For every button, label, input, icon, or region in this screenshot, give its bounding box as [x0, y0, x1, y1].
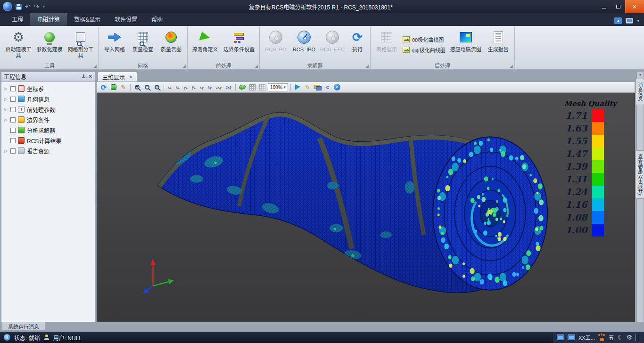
maximize-button[interactable] [611, 0, 625, 13]
gear-icon[interactable]: ⚙ [626, 334, 632, 341]
checkbox[interactable] [10, 148, 16, 154]
induction-current-map-button[interactable]: 感应电磁流图 [448, 28, 484, 61]
tab-project[interactable]: 工程 [5, 13, 30, 26]
rcs-po-button[interactable]: RCS_PO [262, 28, 289, 61]
monitor-icon[interactable] [557, 335, 564, 340]
view-iso-button[interactable]: zxy [215, 83, 223, 91]
minimize-button[interactable] [597, 0, 611, 13]
rotate-view-button[interactable]: ⟳ [99, 83, 108, 91]
edit-view-button[interactable]: ✎ [119, 83, 128, 91]
view-results-side-tab[interactable]: 查看结果(双击展开) [636, 150, 644, 199]
annotate-button[interactable]: ✎ [303, 83, 312, 91]
zoom-window-button[interactable]: ▫ [153, 83, 161, 91]
checkbox[interactable] [10, 86, 16, 91]
psi-polarization-curve-button[interactable]: ψψ极化曲线图 [403, 46, 446, 54]
view-xz-button[interactable]: xz [166, 83, 173, 91]
checkbox[interactable] [10, 138, 16, 143]
legend-color-band [592, 122, 604, 135]
magnifier-minus-icon: − [145, 85, 149, 90]
tab-3d-display[interactable]: 三维显示 ✕ [98, 72, 137, 82]
zoom-level-select[interactable]: 100% ▾ [268, 83, 288, 91]
view-xz-neg-button[interactable]: x̄z [174, 83, 181, 91]
checkbox[interactable] [10, 107, 16, 112]
parametric-modeling-button[interactable]: 参数化建模 [34, 28, 65, 61]
pin-icon[interactable] [81, 74, 86, 80]
quality-check-button[interactable]: 质量检查 [129, 28, 157, 61]
expander-icon[interactable]: ▷ [4, 118, 8, 122]
zoom-out-button[interactable]: − [143, 83, 151, 91]
execute-button[interactable]: ⟳ 执行 [347, 28, 368, 61]
pan-view-button[interactable] [109, 83, 118, 91]
expander-icon[interactable]: ▷ [4, 87, 8, 91]
tab-em-computation[interactable]: 电磁计算 [30, 13, 67, 26]
tree-item-geometry-info[interactable]: ▷ 几何信息 [1, 94, 95, 104]
titlebar: ↶ ↷ ▾ 复杂目标RCS电磁分析软件2015 R1 - RCS_2015031… [0, 0, 644, 13]
system-message-tab[interactable]: 系统运行消息 [2, 322, 45, 331]
launch-modeling-tool-button[interactable]: ⚙ 启动建模工具 [3, 28, 33, 61]
viewport-3d[interactable]: Mesh Quality 1.71 1.63 1.55 1.47 1.39 1.… [97, 93, 635, 322]
close-button[interactable]: ✕ [625, 0, 644, 13]
share-view-button[interactable]: < [323, 83, 331, 91]
theta-polarization-curve-button[interactable]: θθ极化曲线图 [403, 36, 446, 43]
tray-grip-icon[interactable] [636, 334, 639, 341]
wireframe-mode-button[interactable] [248, 83, 256, 91]
message-info-side-tab[interactable]: 消息信息 [636, 79, 644, 105]
tab-help[interactable]: 帮助 [144, 13, 170, 26]
redo-icon[interactable]: ↷ [34, 3, 40, 10]
tree-item-report-resources[interactable]: ▷ 报告资源 [1, 146, 95, 156]
checkbox[interactable] [10, 97, 16, 102]
mesh-partition-tool-button[interactable]: 网格剖分工具 [66, 28, 96, 61]
save-icon[interactable] [16, 4, 22, 10]
tray-text[interactable]: XX工... [578, 334, 595, 341]
mesh-model-3d[interactable] [97, 93, 635, 322]
user-icon [44, 335, 50, 340]
checkbox[interactable] [10, 128, 16, 133]
view-yz-neg-button[interactable]: ȳz [190, 83, 197, 91]
view-iso-neg-button[interactable]: z̄xȳ [224, 83, 233, 91]
monitor-icon[interactable] [568, 335, 575, 340]
layers-icon [314, 85, 321, 90]
system-tray: XX工... 五 ☾ ⚙ [553, 332, 644, 343]
cancel-view-button[interactable]: ✕ [333, 83, 341, 91]
undo-icon[interactable]: ↶ [25, 3, 31, 10]
view-xy-button[interactable]: xy [198, 83, 205, 91]
view-xy-neg-button[interactable]: x̄y [206, 83, 213, 91]
rcs-eec-button[interactable]: RCS_EEC [319, 28, 346, 61]
ime-paw-icon[interactable] [598, 334, 605, 341]
document-icon [494, 31, 503, 43]
ime-mode-label[interactable]: 五 [609, 334, 614, 342]
tree-item-coordinate-system[interactable]: ▷ 坐标系 [1, 83, 95, 94]
expander-icon[interactable]: ▷ [4, 97, 8, 101]
quality-cloudmap-button[interactable]: 质量云图 [157, 28, 185, 61]
layers-button[interactable] [313, 83, 322, 91]
tree-item-boundary-conditions[interactable]: ▷ 边界条件 [1, 114, 95, 125]
chevron-down-icon[interactable]: ▾ [639, 72, 641, 79]
shaded-mode-button[interactable] [238, 83, 247, 91]
boundary-conditions-button[interactable]: 边界条件设置 [221, 28, 257, 61]
ribbon-options-caret-icon[interactable]: ▾ [637, 18, 639, 23]
tree-item-preprocess-params[interactable]: ▷ T 前处理参数 [1, 104, 95, 114]
tab-software-settings[interactable]: 软件设置 [107, 13, 144, 26]
model-cylinder[interactable] [433, 137, 547, 290]
expander-icon[interactable]: ▷ [4, 107, 8, 112]
tree-item-analysis-solver[interactable]: 分析求解器 [1, 125, 95, 135]
table-display-button[interactable]: 表格展示 [373, 28, 400, 61]
zoom-in-button[interactable]: + [133, 83, 141, 91]
rcs-ipo-button[interactable]: RCS_IPO [290, 28, 318, 61]
generate-report-button[interactable]: 生成报告 [485, 28, 512, 61]
panel-close-icon[interactable]: ✕ [88, 74, 92, 80]
view-yz-button[interactable]: yz [182, 83, 189, 91]
expander-icon[interactable]: ▷ [4, 149, 8, 153]
view-flag-button[interactable] [293, 83, 302, 91]
checkbox[interactable] [10, 117, 16, 122]
display-icon[interactable] [626, 18, 633, 24]
tab-close-icon[interactable]: ✕ [129, 74, 132, 80]
probe-angle-button[interactable]: 探测角定义 [190, 28, 220, 61]
tree-item-rcs-results[interactable]: RCS计算结果 [1, 135, 95, 146]
tab-data-display[interactable]: 数据&显示 [67, 13, 107, 26]
moon-icon[interactable]: ☾ [618, 334, 623, 341]
import-mesh-button[interactable]: 导入网格 [101, 28, 128, 61]
legend-color-band [592, 211, 604, 224]
mesh-mode-button[interactable] [258, 83, 266, 91]
panel-toggle-icon[interactable]: ▲ [614, 17, 622, 24]
